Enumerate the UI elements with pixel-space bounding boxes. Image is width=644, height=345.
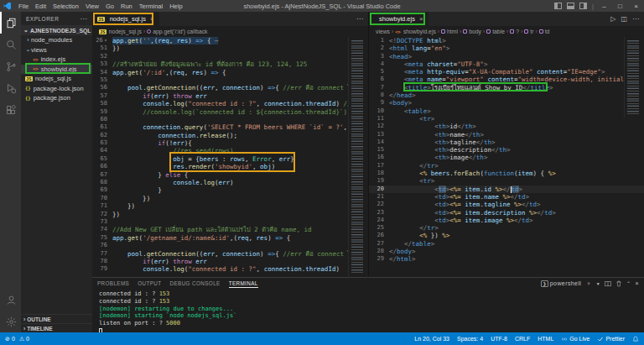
line-number: 51 xyxy=(92,44,107,52)
maximize-button[interactable]: □ xyxy=(612,0,628,12)
menu-file[interactable]: File xyxy=(15,3,32,10)
menu-terminal[interactable]: Terminal xyxy=(136,3,166,10)
line-number: 59 xyxy=(92,108,107,116)
close-tab-icon[interactable]: × xyxy=(150,15,154,23)
menu-help[interactable]: Help xyxy=(166,3,185,10)
file-tree-item-package-lock-json[interactable]: {}package-lock.json xyxy=(21,84,92,94)
more-actions-icon[interactable]: ⋯ xyxy=(356,15,363,23)
status-prettier[interactable]: Prettier xyxy=(597,336,625,342)
problems-status[interactable]: ⊘0 ⚠0 xyxy=(5,336,29,342)
code-line-2: 2<html lang="en"> xyxy=(369,44,644,52)
breadcrumb-left[interactable]: JSnodejs_sql.js›app.get('/:id') callback xyxy=(92,26,368,37)
more-actions-icon[interactable]: ⋯ xyxy=(632,15,639,23)
code-line-76: 76 xyxy=(92,242,368,249)
breadcrumb-right[interactable]: views›<>showbyid.ejs›html›body›table›?›t… xyxy=(369,26,644,37)
status-indentation[interactable]: Spaces: 4 xyxy=(457,336,483,342)
symbol-element-icon xyxy=(524,29,528,34)
menu-run[interactable]: Run xyxy=(117,3,136,10)
breadcrumb-item-app-get-id-callback[interactable]: app.get('/:id') callback xyxy=(147,29,207,34)
line-number: 70 xyxy=(92,195,107,202)
maximize-panel-icon[interactable]: ⌃ xyxy=(626,280,631,286)
terminal-output[interactable]: connected id : ? 153connected id : ? 153… xyxy=(99,290,644,332)
file-tree-item-nodejs-sql-js[interactable]: JSnodejs_sql.js xyxy=(21,74,92,84)
tab-nodejs-sql[interactable]: JS nodejs_sql.js × xyxy=(92,12,159,26)
toggle-secondary-sidebar-icon[interactable] xyxy=(579,3,587,9)
run-file-icon[interactable]: ▷ xyxy=(610,15,615,23)
settings-icon[interactable] xyxy=(0,311,21,332)
file-tree-item-package-json[interactable]: {}package.json xyxy=(21,93,92,103)
close-button[interactable]: × xyxy=(628,0,644,12)
section-timeline[interactable]: ›TIMELINE xyxy=(21,323,92,332)
line-content: <% }) %> xyxy=(389,232,449,239)
minimize-button[interactable]: – xyxy=(596,0,612,12)
breadcrumb-label: ? xyxy=(516,29,519,34)
line-content: <td><%= item.description %></td> xyxy=(389,209,556,217)
explorer-root-folder[interactable]: ⌄ AJNESTNODEJS_SQL xyxy=(21,25,92,35)
window-buttons: –□× xyxy=(596,0,644,12)
menu-go[interactable]: Go xyxy=(102,3,117,10)
code-editor-nodejs-sql[interactable]: 26›app.get('',(req, res) => { ⋯51})5253/… xyxy=(92,37,368,274)
section-outline[interactable]: ›OUTLINE xyxy=(21,314,92,323)
account-icon[interactable] xyxy=(0,289,21,311)
breadcrumb-item-td[interactable]: td xyxy=(539,29,550,34)
fold-chevron-icon[interactable]: › xyxy=(104,37,107,44)
toggle-panel-icon[interactable] xyxy=(567,3,574,9)
breadcrumb-item-tr[interactable]: tr xyxy=(524,29,533,34)
line-content: </head> xyxy=(389,91,416,99)
minimap-right[interactable] xyxy=(624,37,644,118)
status-go-live[interactable]: Go Live xyxy=(561,336,589,342)
split-editor-icon[interactable]: ◫ xyxy=(621,15,627,23)
search-icon[interactable] xyxy=(0,34,21,55)
tab-showbyid[interactable]: showbyid.ejs × xyxy=(369,12,428,26)
explorer-icon[interactable] xyxy=(0,12,21,34)
breadcrumb-item-html[interactable]: html xyxy=(441,29,458,34)
file-tree-item-node-modules[interactable]: ›node_modules xyxy=(21,35,92,45)
breadcrumb-item-table[interactable]: table xyxy=(486,29,505,34)
menu-view[interactable]: View xyxy=(82,3,102,10)
breadcrumb-item-body[interactable]: body xyxy=(463,29,481,34)
new-terminal-icon[interactable]: ＋ xyxy=(585,280,591,288)
panel-tab-terminal[interactable]: TERMINAL xyxy=(229,280,258,288)
code-editor-showbyid[interactable]: 1<!DOCTYPE html>2<html lang="en">3<head>… xyxy=(369,37,644,264)
file-tree-item-showbyid-ejs[interactable]: <>showbyid.ejs xyxy=(21,65,92,75)
breadcrumb-item-views[interactable]: views xyxy=(376,29,390,34)
status-eol[interactable]: CRLF xyxy=(515,336,530,342)
breadcrumb-item--[interactable]: ? xyxy=(510,29,519,34)
panel-tab-problems[interactable]: PROBLEMS xyxy=(97,280,129,288)
file-tree-item-index-ejs[interactable]: <>index.ejs xyxy=(21,55,92,65)
explorer-more-actions-icon[interactable]: ⋯ xyxy=(80,15,88,23)
code-line-9: 9<body> xyxy=(369,99,644,107)
breadcrumb-separator: › xyxy=(143,29,145,34)
minimap-left[interactable] xyxy=(348,37,368,277)
line-content: //console.log(`connected id : ${connecti… xyxy=(112,108,369,116)
source-control-icon[interactable] xyxy=(0,55,21,77)
extensions-icon[interactable] xyxy=(0,99,21,121)
code-line-27: 27 </table> xyxy=(369,240,644,248)
shell-selector[interactable]: ❯ powershell xyxy=(541,280,581,287)
line-number: 69 xyxy=(92,186,107,194)
file-tree-item-views[interactable]: ⌄views xyxy=(21,45,92,55)
status-encoding[interactable]: UTF-8 xyxy=(491,336,507,342)
status-bar: ⊘0 ⚠0 Ln 20, Col 33Spaces: 4UTF-8CRLFHTM… xyxy=(0,332,644,345)
code-line-59: 59 //console.log(`connected id : ${conne… xyxy=(92,108,368,116)
line-number: 67 xyxy=(92,171,107,179)
breadcrumb-item-showbyid-ejs[interactable]: <>showbyid.ejs xyxy=(395,29,436,34)
close-panel-icon[interactable]: × xyxy=(636,280,640,286)
panel-tab-debug-console[interactable]: DEBUG CONSOLE xyxy=(170,280,221,288)
menu-selection[interactable]: Selection xyxy=(49,3,82,10)
menu-edit[interactable]: Edit xyxy=(32,3,49,10)
panel-tab-output[interactable]: OUTPUT xyxy=(138,280,161,288)
panel-tabs: PROBLEMSOUTPUTDEBUG CONSOLETERMINAL xyxy=(97,280,267,288)
status-language-mode[interactable]: HTML xyxy=(538,336,553,342)
toggle-sidebar-icon[interactable] xyxy=(554,3,562,9)
breadcrumb-item-nodejs-sql-js[interactable]: JSnodejs_sql.js xyxy=(99,29,142,34)
status-cursor-position[interactable]: Ln 20, Col 33 xyxy=(414,336,449,342)
split-terminal-icon[interactable] xyxy=(605,280,611,287)
run-and-debug-icon[interactable] xyxy=(0,77,21,99)
kill-terminal-icon[interactable] xyxy=(615,280,622,287)
status-notifications[interactable] xyxy=(632,336,639,342)
terminal-dropdown-icon[interactable]: ▼ xyxy=(596,281,600,286)
code-line-51: 51}) xyxy=(92,44,368,52)
tab-label: showbyid.ejs xyxy=(379,15,415,23)
close-tab-icon[interactable]: × xyxy=(419,15,423,23)
